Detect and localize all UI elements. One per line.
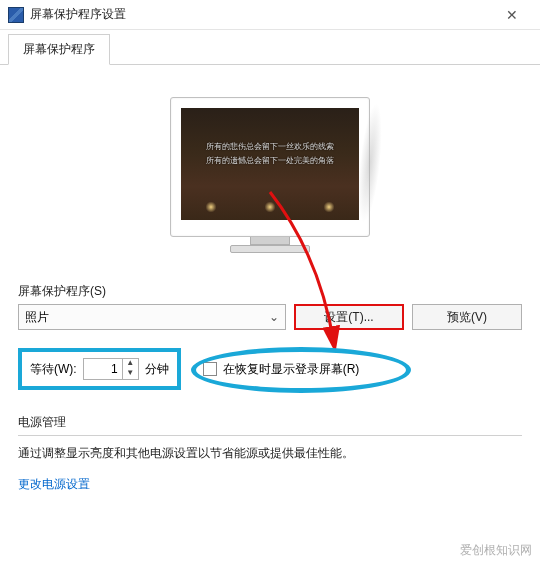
app-icon xyxy=(8,7,24,23)
screensaver-select-value: 照片 xyxy=(25,309,49,326)
wait-highlight-box: 等待(W): ▲ ▼ 分钟 xyxy=(18,348,181,390)
screensaver-row: 照片 ⌄ 设置(T)... 预览(V) xyxy=(18,304,522,330)
wait-input[interactable] xyxy=(84,362,122,376)
wait-row: 等待(W): ▲ ▼ 分钟 在恢复时显示登录屏幕(R) xyxy=(18,348,522,390)
close-button[interactable]: ✕ xyxy=(492,7,532,23)
power-heading: 电源管理 xyxy=(18,414,522,431)
monitor-bezel: 所有的悲伤总会留下一丝欢乐的线索 所有的遗憾总会留下一处完美的角落 xyxy=(170,97,370,237)
glow-dot xyxy=(323,202,335,212)
resume-checkbox[interactable] xyxy=(203,362,217,376)
preview-glow xyxy=(181,202,359,212)
tab-strip: 屏幕保护程序 xyxy=(0,30,540,65)
power-description: 通过调整显示亮度和其他电源设置以节省能源或提供最佳性能。 xyxy=(18,444,522,462)
wait-unit: 分钟 xyxy=(145,361,169,378)
settings-button[interactable]: 设置(T)... xyxy=(294,304,404,330)
preview-line-2: 所有的遗憾总会留下一处完美的角落 xyxy=(181,154,359,168)
change-power-link[interactable]: 更改电源设置 xyxy=(18,476,90,493)
spinner-down-icon[interactable]: ▼ xyxy=(123,369,138,379)
spinner-buttons: ▲ ▼ xyxy=(122,359,138,379)
screensaver-preview-text: 所有的悲伤总会留下一丝欢乐的线索 所有的遗憾总会留下一处完美的角落 xyxy=(181,108,359,168)
wait-label: 等待(W): xyxy=(30,361,77,378)
glow-dot xyxy=(264,202,276,212)
content-area: 所有的悲伤总会留下一丝欢乐的线索 所有的遗憾总会留下一处完美的角落 xyxy=(0,65,540,505)
monitor-preview: 所有的悲伤总会留下一丝欢乐的线索 所有的遗憾总会留下一处完美的角落 xyxy=(170,97,370,257)
preview-button[interactable]: 预览(V) xyxy=(412,304,522,330)
monitor-stand xyxy=(250,237,290,245)
screensaver-section-label: 屏幕保护程序(S) xyxy=(18,283,522,300)
monitor-base xyxy=(230,245,310,253)
tab-screensaver[interactable]: 屏幕保护程序 xyxy=(8,34,110,65)
separator xyxy=(18,435,522,436)
monitor-screen: 所有的悲伤总会留下一丝欢乐的线索 所有的遗憾总会留下一处完美的角落 xyxy=(181,108,359,220)
resume-label: 在恢复时显示登录屏幕(R) xyxy=(223,361,360,378)
watermark: 爱创根知识网 xyxy=(460,542,532,559)
chevron-down-icon: ⌄ xyxy=(269,310,279,324)
wait-spinner[interactable]: ▲ ▼ xyxy=(83,358,139,380)
titlebar: 屏幕保护程序设置 ✕ xyxy=(0,0,540,30)
monitor-preview-area: 所有的悲伤总会留下一丝欢乐的线索 所有的遗憾总会留下一处完美的角落 xyxy=(18,77,522,267)
screensaver-select[interactable]: 照片 ⌄ xyxy=(18,304,286,330)
window-title: 屏幕保护程序设置 xyxy=(30,6,492,23)
glow-dot xyxy=(205,202,217,212)
preview-line-1: 所有的悲伤总会留下一丝欢乐的线索 xyxy=(181,140,359,154)
resume-wrap: 在恢复时显示登录屏幕(R) xyxy=(203,361,360,378)
